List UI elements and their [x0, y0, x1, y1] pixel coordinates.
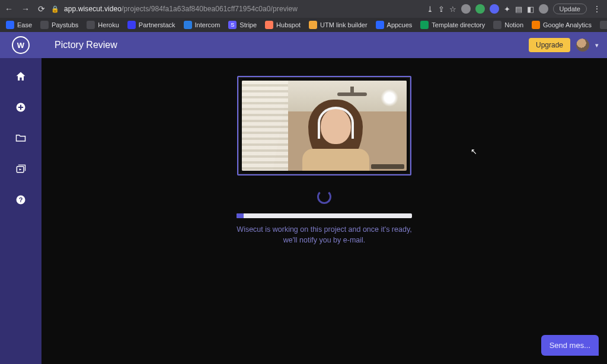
bookmark-stripe[interactable]: SStripe [228, 21, 257, 29]
favicon-icon [184, 21, 192, 29]
svg-text:?: ? [19, 196, 23, 203]
app-body: ? Wisecut is working [0, 58, 607, 364]
main-content: Wisecut is working on this project and o… [41, 58, 607, 364]
bookmark-heroku[interactable]: Heroku [87, 21, 119, 29]
extension-dot-2[interactable] [475, 4, 485, 14]
favicon-icon [309, 21, 317, 29]
page-title: Pictory Review [55, 40, 117, 50]
bookmark-ease[interactable]: Ease [6, 21, 32, 29]
thumbnail-person [298, 97, 374, 171]
video-preview-frame [237, 76, 411, 175]
tag-icon[interactable]: ▤ [515, 5, 522, 14]
extension-dot-1[interactable] [461, 4, 471, 14]
install-icon[interactable]: ⤓ [427, 5, 433, 14]
browser-update-button[interactable]: Update [553, 4, 587, 14]
bookmark-label: Intercom [195, 21, 221, 28]
thumbnail-bg [337, 92, 367, 96]
star-icon[interactable]: ☆ [449, 5, 456, 14]
chat-send-button[interactable]: Send mes... [541, 335, 599, 356]
add-icon[interactable] [14, 101, 27, 114]
user-avatar[interactable] [576, 39, 589, 52]
bookmark-utm[interactable]: UTM link builder [309, 21, 367, 29]
browser-toolbar: ← → ⟳ 🔒 app.wisecut.video/projects/984fa… [0, 0, 607, 18]
bookmark-label: Hubspot [276, 21, 301, 28]
app-logo-icon[interactable]: W [12, 36, 30, 54]
app-header: W Pictory Review Upgrade ▾ [0, 32, 607, 58]
favicon-icon [40, 21, 49, 29]
bookmark-label: Stripe [239, 21, 257, 28]
loading-spinner-icon [317, 190, 331, 204]
bookmark-notion[interactable]: Notion [493, 21, 523, 29]
bookmark-label: Template directory [432, 21, 485, 28]
library-icon[interactable] [14, 162, 27, 175]
favicon-icon: S [228, 21, 237, 29]
progress-bar [237, 213, 412, 218]
lock-icon: 🔒 [51, 5, 59, 13]
bookmark-paystubs[interactable]: Paystubs [40, 21, 78, 29]
browser-right-icons: ⤓ ⇪ ☆ ✦ ▤ ◧ Update ⋮ [427, 4, 602, 14]
forward-button[interactable]: → [21, 4, 30, 14]
bookmark-label: Partnerstack [139, 21, 175, 28]
progress-fill [237, 213, 244, 218]
home-icon[interactable] [14, 70, 27, 83]
thumbnail-watermark [371, 164, 404, 169]
extension-dot-3[interactable] [490, 4, 499, 14]
profile-avatar-icon[interactable] [539, 4, 548, 14]
favicon-icon [420, 21, 429, 29]
nav-arrow-group: ← → ⟳ [5, 4, 45, 14]
thumbnail-bg [242, 81, 288, 171]
bookmark-label: Google Analytics [543, 21, 592, 28]
bookmark-label: UTM link builder [320, 21, 367, 28]
upgrade-button[interactable]: Upgrade [529, 38, 570, 52]
bookmark-google-analytics[interactable]: Google Analytics [532, 21, 592, 29]
status-text: Wisecut is working on this project and o… [237, 224, 411, 245]
bookmarks-bar: Ease Paystubs Heroku Partnerstack Interc… [0, 18, 607, 32]
back-button[interactable]: ← [5, 4, 13, 14]
favicon-icon [493, 21, 501, 29]
reload-button[interactable]: ⟳ [38, 4, 45, 14]
folder-icon[interactable] [14, 132, 27, 145]
extensions-icon[interactable]: ✦ [504, 5, 510, 14]
status-line-1: Wisecut is working on this project and o… [237, 225, 411, 234]
bookmark-label: Appcues [387, 21, 413, 28]
bookmark-wordpress[interactable]: wordpress [600, 21, 607, 29]
header-right: Upgrade ▾ [529, 38, 599, 52]
favicon-icon [87, 21, 95, 29]
panel-icon[interactable]: ◧ [527, 5, 534, 14]
mouse-cursor-icon: ↖ [471, 147, 477, 156]
address-bar[interactable]: 🔒 app.wisecut.video/projects/984fa1a63af… [51, 5, 421, 13]
video-thumbnail [242, 81, 407, 171]
bookmark-label: Ease [17, 21, 32, 28]
bookmark-intercom[interactable]: Intercom [184, 21, 221, 29]
bookmark-hubspot[interactable]: Hubspot [265, 21, 301, 29]
status-line-2: we'll notify you by e-mail. [283, 236, 366, 244]
share-icon[interactable]: ⇪ [438, 5, 445, 14]
favicon-icon [265, 21, 273, 29]
bookmark-template-dir[interactable]: Template directory [420, 21, 485, 29]
sidebar: ? [0, 58, 41, 364]
thumbnail-bg [381, 89, 398, 107]
bookmark-label: Notion [504, 21, 523, 28]
bookmark-label: Heroku [98, 21, 119, 28]
favicon-icon [6, 21, 14, 29]
favicon-icon [532, 21, 540, 29]
browser-menu-icon[interactable]: ⋮ [592, 4, 602, 14]
bookmark-appcues[interactable]: Appcues [376, 21, 413, 29]
help-icon[interactable]: ? [14, 193, 27, 206]
chevron-down-icon[interactable]: ▾ [595, 41, 599, 49]
favicon-icon [376, 21, 384, 29]
bookmark-label: Paystubs [52, 21, 78, 28]
favicon-icon [127, 21, 136, 29]
favicon-icon [600, 21, 607, 29]
bookmark-partnerstack[interactable]: Partnerstack [127, 21, 175, 29]
url-text: app.wisecut.video/projects/984fa1a63af84… [64, 5, 298, 13]
